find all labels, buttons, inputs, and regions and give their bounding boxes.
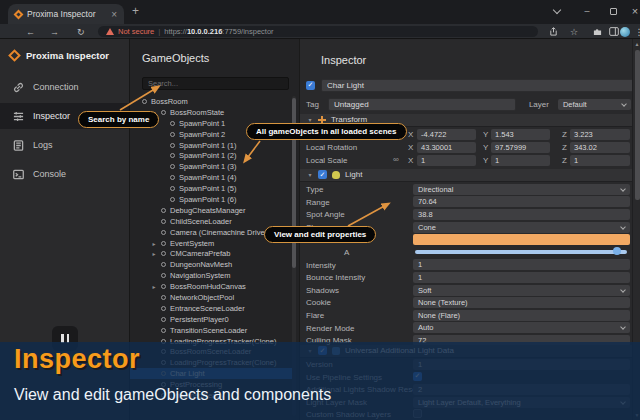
transform-row-label: Local Scale (306, 156, 347, 165)
tree-item[interactable]: ▸BossRoomHudCanvas (130, 281, 292, 292)
proxima-logo-icon (8, 49, 21, 62)
tag-label: Tag (306, 100, 319, 109)
sidebar-item-logs[interactable]: Logs (0, 132, 129, 158)
tree-item[interactable]: ChildSceneLoader (130, 216, 292, 227)
collapse-arrow-icon[interactable]: ▾ (307, 171, 313, 178)
extension-icon[interactable] (590, 25, 604, 38)
sidebar-item-console[interactable]: Console (0, 161, 129, 187)
gameobject-icon (161, 317, 166, 322)
share-icon[interactable] (546, 25, 560, 38)
sidebar-item-label: Inspector (33, 111, 70, 121)
x-value-field[interactable]: 43.30001 (417, 142, 476, 153)
tree-item-label: TransitionSceneLoader (170, 326, 247, 335)
callout-search-by-name: Search by name (78, 111, 159, 128)
tree-item[interactable]: DungeonNavMesh (130, 259, 292, 270)
transform-row: Local RotationX43.30001Y97.57999Z343.02 (300, 141, 640, 154)
browser-tab-bar: Proxima Inspector × + – × (0, 0, 640, 24)
browser-menu-icon[interactable]: ⋮ (632, 25, 640, 38)
side-panel-icon[interactable] (607, 25, 621, 38)
bookmark-star-icon[interactable]: ☆ (567, 25, 581, 38)
axis-label: Y (483, 143, 488, 152)
connection-icon (12, 81, 24, 93)
window-maximize-button[interactable] (604, 3, 622, 19)
not-secure-warning-icon (106, 28, 114, 35)
z-value-field[interactable]: 343.02 (570, 142, 630, 153)
profile-chevron-icon[interactable] (548, 3, 566, 19)
z-value-field[interactable]: 3.223 (570, 129, 630, 140)
tag-field[interactable] (328, 98, 516, 111)
url-field[interactable]: Not secure | https://10.0.0.216:7759/ins… (98, 26, 538, 37)
tree-item[interactable]: EntranceSceneLoader (130, 303, 292, 314)
reload-icon[interactable]: ↻ (77, 24, 85, 39)
x-value-field[interactable]: -4.4722 (417, 129, 476, 140)
tree-item[interactable]: TransitionSceneLoader (130, 325, 292, 336)
property-select[interactable]: Directional (413, 184, 630, 195)
slider-handle[interactable] (613, 247, 621, 255)
tree-item[interactable]: NetworkObjectPool (130, 292, 292, 303)
tree-item[interactable]: BossRoom (130, 96, 292, 107)
tree-item-label: EntranceSceneLoader (170, 304, 245, 313)
property-select[interactable]: Auto (413, 322, 630, 333)
tree-item[interactable]: DebugCheatsManager (130, 205, 292, 216)
axis-label: X (408, 130, 413, 139)
brand: Proxima Inspector (0, 39, 129, 71)
property-row: Render ModeAuto (300, 322, 640, 335)
tree-item[interactable]: SpawnPoint 1 (2) (130, 150, 292, 161)
search-input[interactable] (142, 77, 289, 90)
axis-label: Y (483, 130, 488, 139)
y-value-field[interactable]: 97.57999 (491, 142, 550, 153)
back-icon[interactable]: ← (26, 24, 35, 39)
window-minimize-button[interactable]: – (578, 3, 596, 19)
property-field[interactable]: None (Flare) (413, 310, 630, 321)
profile-avatar[interactable] (620, 27, 630, 37)
tree-item[interactable]: ▸CMCameraPrefab (130, 248, 292, 259)
layer-select[interactable]: Default (558, 99, 631, 110)
light-enabled-checkbox[interactable]: ✓ (318, 170, 327, 179)
browser-tab[interactable]: Proxima Inspector × (8, 4, 124, 24)
property-field[interactable]: 70.64 (413, 196, 630, 207)
alpha-slider[interactable] (415, 250, 627, 254)
tree-item[interactable]: SpawnPoint 1 (6) (130, 194, 292, 205)
tree-item[interactable]: SpawnPoint 1 (1) (130, 140, 292, 151)
tree-item[interactable]: SpawnPoint 1 (4) (130, 172, 292, 183)
y-value-field[interactable]: 1 (491, 155, 550, 166)
link-scale-icon[interactable]: ∞ (393, 155, 399, 164)
gameobject-icon (161, 208, 166, 213)
property-select[interactable]: Cone (413, 222, 630, 233)
tree-item-label: DebugCheatsManager (170, 206, 245, 215)
property-select[interactable]: Soft (413, 285, 630, 296)
tree-item[interactable]: SpawnPoint 1 (5) (130, 183, 292, 194)
gameobject-icon (161, 219, 166, 224)
chevron-down-icon (621, 101, 627, 107)
property-field[interactable]: 38.8 (413, 209, 630, 220)
x-value-field[interactable]: 1 (417, 155, 476, 166)
tree-item[interactable]: NavigationSystem (130, 270, 292, 281)
light-section-header[interactable]: ▾ ✓ Light (300, 169, 632, 182)
tree-item-label: SpawnPoint 1 (6) (179, 195, 237, 204)
y-value-field[interactable]: 1.543 (491, 129, 550, 140)
sidebar-item-label: Connection (33, 82, 79, 92)
expand-closed-icon[interactable]: ▸ (151, 240, 157, 247)
axis-label: Z (562, 130, 567, 139)
property-value: Soft (418, 286, 431, 295)
gameobject-icon (161, 230, 166, 235)
object-name-field[interactable] (321, 79, 634, 92)
tree-item[interactable]: PersistentPlayer0 (130, 314, 292, 325)
expand-closed-icon[interactable]: ▸ (151, 283, 157, 290)
property-field[interactable]: None (Texture) (413, 297, 630, 308)
color-swatch[interactable] (413, 234, 630, 245)
tree-item[interactable]: SpawnPoint 1 (3) (130, 161, 292, 172)
sidebar-item-connection[interactable]: Connection (0, 74, 129, 100)
forward-icon[interactable]: → (50, 24, 59, 39)
z-value-field[interactable]: 1 (570, 155, 630, 166)
gameobject-icon (161, 295, 166, 300)
expand-closed-icon[interactable]: ▸ (151, 250, 157, 257)
property-field[interactable]: 1 (413, 272, 630, 283)
transform-row: Local Scale∞X1Y1Z1 (300, 154, 640, 167)
gameobject-icon (161, 284, 166, 289)
property-field[interactable]: 1 (413, 259, 630, 270)
object-enabled-checkbox[interactable]: ✓ (306, 81, 315, 90)
window-close-button[interactable]: × (626, 3, 640, 19)
tab-close-icon[interactable]: × (111, 9, 117, 20)
new-tab-button[interactable]: + (132, 4, 139, 18)
